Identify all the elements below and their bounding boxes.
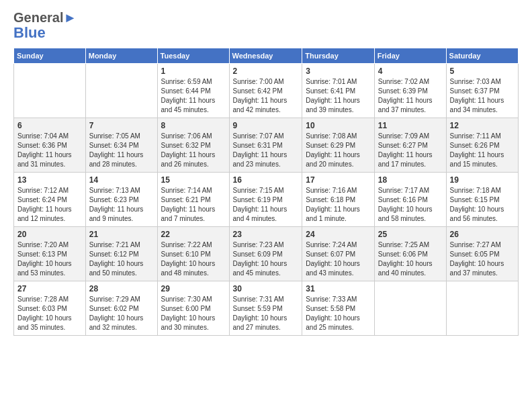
day-info: Sunrise: 7:23 AM Sunset: 6:09 PM Dayligh… (233, 240, 299, 278)
day-number: 12 (450, 121, 515, 130)
day-info: Sunrise: 7:08 AM Sunset: 6:29 PM Dayligh… (306, 132, 371, 169)
day-of-week-header: Thursday (302, 48, 375, 64)
day-info: Sunrise: 7:18 AM Sunset: 6:15 PM Dayligh… (450, 186, 515, 224)
day-info: Sunrise: 7:33 AM Sunset: 5:58 PM Dayligh… (306, 295, 371, 332)
day-number: 10 (306, 121, 371, 130)
calendar-week-row: 1Sunrise: 6:59 AM Sunset: 6:44 PM Daylig… (14, 64, 519, 118)
logo: General► Blue (13, 10, 77, 41)
calendar-cell: 15Sunrise: 7:14 AM Sunset: 6:21 PM Dayli… (157, 173, 229, 227)
calendar-cell: 10Sunrise: 7:08 AM Sunset: 6:29 PM Dayli… (302, 118, 375, 173)
day-of-week-header: Friday (374, 48, 446, 64)
day-info: Sunrise: 7:02 AM Sunset: 6:39 PM Dayligh… (378, 77, 443, 115)
day-number: 3 (306, 66, 371, 76)
calendar-cell: 26Sunrise: 7:27 AM Sunset: 6:05 PM Dayli… (446, 227, 518, 281)
day-info: Sunrise: 7:00 AM Sunset: 6:42 PM Dayligh… (233, 77, 299, 115)
day-number: 9 (233, 121, 299, 130)
calendar-cell: 25Sunrise: 7:25 AM Sunset: 6:06 PM Dayli… (374, 227, 446, 281)
calendar-cell: 14Sunrise: 7:13 AM Sunset: 6:23 PM Dayli… (85, 173, 157, 227)
calendar-cell: 7Sunrise: 7:05 AM Sunset: 6:34 PM Daylig… (85, 118, 157, 173)
calendar-cell: 21Sunrise: 7:21 AM Sunset: 6:12 PM Dayli… (85, 227, 157, 281)
day-number: 28 (89, 284, 154, 293)
calendar-cell: 6Sunrise: 7:04 AM Sunset: 6:36 PM Daylig… (14, 118, 86, 173)
page: General► Blue SundayMondayTuesdayWednesd… (0, 0, 532, 411)
calendar-cell (85, 64, 157, 118)
day-info: Sunrise: 7:09 AM Sunset: 6:27 PM Dayligh… (378, 132, 443, 169)
day-info: Sunrise: 7:22 AM Sunset: 6:10 PM Dayligh… (161, 240, 226, 278)
calendar-week-row: 6Sunrise: 7:04 AM Sunset: 6:36 PM Daylig… (14, 118, 519, 173)
day-number: 29 (161, 284, 226, 293)
calendar-cell: 11Sunrise: 7:09 AM Sunset: 6:27 PM Dayli… (374, 118, 446, 173)
calendar-cell: 23Sunrise: 7:23 AM Sunset: 6:09 PM Dayli… (229, 227, 302, 281)
day-number: 22 (161, 230, 226, 239)
calendar-cell: 5Sunrise: 7:03 AM Sunset: 6:37 PM Daylig… (446, 64, 518, 118)
calendar-cell: 16Sunrise: 7:15 AM Sunset: 6:19 PM Dayli… (229, 173, 302, 227)
day-info: Sunrise: 7:03 AM Sunset: 6:37 PM Dayligh… (450, 77, 515, 115)
calendar-cell: 30Sunrise: 7:31 AM Sunset: 5:59 PM Dayli… (229, 281, 302, 336)
day-info: Sunrise: 7:17 AM Sunset: 6:16 PM Dayligh… (378, 186, 443, 224)
day-number: 21 (89, 230, 154, 239)
day-number: 30 (233, 284, 299, 293)
day-of-week-header: Wednesday (229, 48, 302, 64)
day-of-week-header: Saturday (446, 48, 518, 64)
calendar-header-row: SundayMondayTuesdayWednesdayThursdayFrid… (14, 48, 519, 64)
day-info: Sunrise: 7:12 AM Sunset: 6:24 PM Dayligh… (17, 186, 82, 224)
day-of-week-header: Sunday (14, 48, 86, 64)
day-number: 2 (233, 66, 299, 76)
calendar: SundayMondayTuesdayWednesdayThursdayFrid… (13, 48, 519, 336)
day-info: Sunrise: 7:31 AM Sunset: 5:59 PM Dayligh… (233, 295, 299, 332)
calendar-cell: 22Sunrise: 7:22 AM Sunset: 6:10 PM Dayli… (157, 227, 229, 281)
day-number: 13 (17, 175, 82, 185)
day-number: 11 (378, 121, 443, 130)
day-info: Sunrise: 7:13 AM Sunset: 6:23 PM Dayligh… (89, 186, 154, 224)
day-info: Sunrise: 7:24 AM Sunset: 6:07 PM Dayligh… (306, 240, 371, 278)
day-info: Sunrise: 7:01 AM Sunset: 6:41 PM Dayligh… (306, 77, 371, 115)
day-number: 20 (17, 230, 82, 239)
day-info: Sunrise: 7:28 AM Sunset: 6:03 PM Dayligh… (17, 295, 82, 332)
day-number: 17 (306, 175, 371, 185)
day-of-week-header: Monday (85, 48, 157, 64)
logo-text: General► Blue (13, 10, 77, 41)
day-number: 5 (450, 66, 515, 76)
logo-blue: Blue (13, 25, 77, 41)
day-number: 26 (450, 230, 515, 239)
day-info: Sunrise: 7:29 AM Sunset: 6:02 PM Dayligh… (89, 295, 154, 332)
day-info: Sunrise: 7:07 AM Sunset: 6:31 PM Dayligh… (233, 132, 299, 169)
day-info: Sunrise: 7:14 AM Sunset: 6:21 PM Dayligh… (161, 186, 226, 224)
calendar-cell: 8Sunrise: 7:06 AM Sunset: 6:32 PM Daylig… (157, 118, 229, 173)
day-info: Sunrise: 7:11 AM Sunset: 6:26 PM Dayligh… (450, 132, 515, 169)
header: General► Blue (13, 10, 519, 41)
day-info: Sunrise: 7:16 AM Sunset: 6:18 PM Dayligh… (306, 186, 371, 224)
calendar-cell: 24Sunrise: 7:24 AM Sunset: 6:07 PM Dayli… (302, 227, 375, 281)
calendar-cell: 31Sunrise: 7:33 AM Sunset: 5:58 PM Dayli… (302, 281, 375, 336)
day-info: Sunrise: 7:15 AM Sunset: 6:19 PM Dayligh… (233, 186, 299, 224)
day-number: 16 (233, 175, 299, 185)
calendar-cell: 27Sunrise: 7:28 AM Sunset: 6:03 PM Dayli… (14, 281, 86, 336)
calendar-cell: 1Sunrise: 6:59 AM Sunset: 6:44 PM Daylig… (157, 64, 229, 118)
calendar-cell: 9Sunrise: 7:07 AM Sunset: 6:31 PM Daylig… (229, 118, 302, 173)
calendar-cell (374, 281, 446, 336)
day-number: 19 (450, 175, 515, 185)
day-info: Sunrise: 7:04 AM Sunset: 6:36 PM Dayligh… (17, 132, 82, 169)
calendar-cell: 18Sunrise: 7:17 AM Sunset: 6:16 PM Dayli… (374, 173, 446, 227)
day-info: Sunrise: 7:06 AM Sunset: 6:32 PM Dayligh… (161, 132, 226, 169)
calendar-cell: 28Sunrise: 7:29 AM Sunset: 6:02 PM Dayli… (85, 281, 157, 336)
day-info: Sunrise: 7:25 AM Sunset: 6:06 PM Dayligh… (378, 240, 443, 278)
day-number: 25 (378, 230, 443, 239)
day-number: 15 (161, 175, 226, 185)
day-number: 24 (306, 230, 371, 239)
day-info: Sunrise: 6:59 AM Sunset: 6:44 PM Dayligh… (161, 77, 226, 115)
day-number: 6 (17, 121, 82, 130)
day-number: 14 (89, 175, 154, 185)
calendar-week-row: 27Sunrise: 7:28 AM Sunset: 6:03 PM Dayli… (14, 281, 519, 336)
day-number: 31 (306, 284, 371, 293)
calendar-cell: 3Sunrise: 7:01 AM Sunset: 6:41 PM Daylig… (302, 64, 375, 118)
day-number: 8 (161, 121, 226, 130)
day-number: 7 (89, 121, 154, 130)
day-number: 18 (378, 175, 443, 185)
day-info: Sunrise: 7:05 AM Sunset: 6:34 PM Dayligh… (89, 132, 154, 169)
calendar-cell: 19Sunrise: 7:18 AM Sunset: 6:15 PM Dayli… (446, 173, 518, 227)
calendar-cell (446, 281, 518, 336)
day-number: 4 (378, 66, 443, 76)
day-info: Sunrise: 7:27 AM Sunset: 6:05 PM Dayligh… (450, 240, 515, 278)
calendar-week-row: 20Sunrise: 7:20 AM Sunset: 6:13 PM Dayli… (14, 227, 519, 281)
